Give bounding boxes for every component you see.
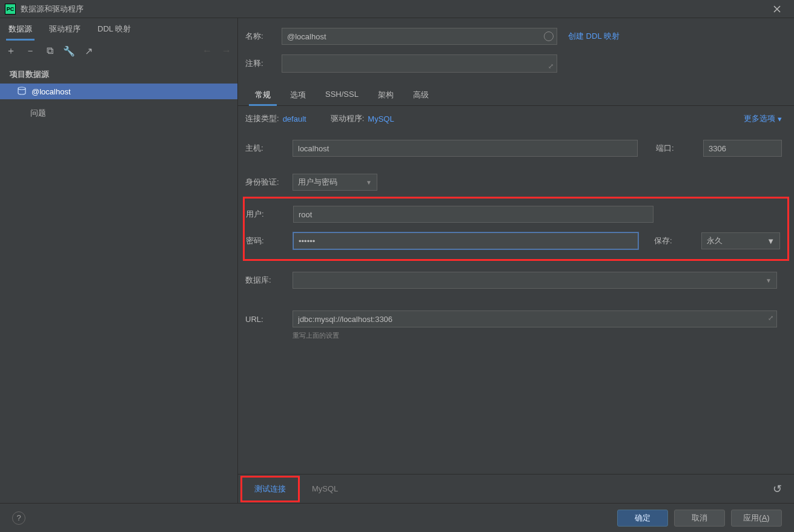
section-header-project-datasources: 项目数据源 [0, 62, 237, 84]
sidebar: 数据源 驱动程序 DDL 映射 ＋ － ⧉ 🔧 ↗ ← → 项目数据源 @loc… [0, 18, 238, 503]
password-row: 密码: 保存: 永久 ▼ [245, 228, 787, 254]
window-title: 数据源和驱动程序 [21, 4, 765, 15]
cancel-button[interactable]: 取消 [674, 510, 725, 527]
connection-type-label: 连接类型: [245, 113, 279, 124]
database-row: 数据库: ▼ [238, 261, 794, 295]
port-input[interactable] [703, 140, 782, 157]
add-icon[interactable]: ＋ [5, 45, 17, 57]
apply-button[interactable]: 应用(A) [731, 510, 782, 527]
chevron-down-icon: ▼ [766, 277, 772, 284]
titlebar: PC 数据源和驱动程序 [0, 0, 794, 18]
tab-schemas[interactable]: 架构 [368, 85, 403, 105]
close-icon [773, 5, 781, 13]
remove-icon[interactable]: － [24, 45, 36, 57]
comment-label: 注释: [245, 58, 282, 69]
sidebar-problems[interactable]: 问题 [0, 99, 237, 122]
create-ddl-mapping-link[interactable]: 创建 DDL 映射 [568, 31, 620, 42]
password-label: 密码: [246, 235, 293, 246]
name-label: 名称: [245, 31, 282, 42]
database-icon [17, 86, 27, 97]
database-select[interactable]: ▼ [293, 272, 777, 289]
password-input[interactable] [293, 232, 638, 249]
auth-select[interactable]: 用户与密码 ▼ [293, 174, 377, 191]
close-button[interactable] [765, 0, 789, 18]
url-label: URL: [245, 315, 293, 324]
url-note: 重写上面的设置 [238, 331, 794, 340]
more-options-link[interactable]: 更多选项 ▾ [744, 113, 782, 124]
save-label: 保存: [654, 235, 701, 246]
user-input[interactable] [293, 206, 653, 223]
back-icon[interactable]: ← [201, 45, 213, 56]
comment-input-wrapper: ⤢ [282, 54, 557, 73]
user-label: 用户: [246, 209, 293, 220]
url-input-wrapper: ⤢ [293, 310, 777, 327]
tab-general[interactable]: 常规 [245, 85, 280, 105]
datasource-item[interactable]: @localhost [0, 84, 237, 99]
export-icon[interactable]: ↗ [82, 45, 94, 57]
bottom-bar: 测试连接 MySQL ↺ [238, 474, 794, 503]
driver-label: 驱动程序: [331, 113, 365, 124]
test-connection-link[interactable]: 测试连接 [254, 484, 286, 493]
ok-button[interactable]: 确定 [617, 510, 668, 527]
port-label: 端口: [656, 143, 703, 154]
content-panel: 名称: 创建 DDL 映射 注释: ⤢ 常规 选项 SSH/SSL 架构 高级 … [238, 18, 794, 503]
wrench-icon[interactable]: 🔧 [63, 45, 75, 57]
chevron-down-icon: ▼ [366, 179, 372, 186]
url-row: URL: ⤢ [238, 295, 794, 333]
main-area: 数据源 驱动程序 DDL 映射 ＋ － ⧉ 🔧 ↗ ← → 项目数据源 @loc… [0, 18, 794, 503]
chevron-down-icon: ▼ [767, 237, 775, 246]
name-input[interactable] [282, 28, 557, 45]
driver-name-label: MySQL [312, 484, 338, 493]
database-label: 数据库: [245, 275, 293, 286]
name-input-wrapper [282, 28, 557, 45]
save-select[interactable]: 永久 ▼ [701, 232, 780, 249]
test-connection-highlight: 测试连接 [240, 476, 300, 502]
host-label: 主机: [245, 143, 293, 154]
expand-icon[interactable]: ⤢ [768, 314, 773, 325]
sidebar-tabs: 数据源 驱动程序 DDL 映射 [0, 18, 237, 40]
tab-ddl-mapping[interactable]: DDL 映射 [89, 19, 139, 39]
url-input[interactable] [293, 310, 777, 327]
footer: ? 确定 取消 应用(A) [0, 503, 794, 532]
connection-info-row: 连接类型: default 驱动程序: MySQL 更多选项 ▾ [238, 106, 794, 129]
tab-options[interactable]: 选项 [280, 85, 316, 105]
name-row: 名称: 创建 DDL 映射 [238, 18, 794, 50]
tab-drivers[interactable]: 驱动程序 [41, 19, 89, 39]
copy-icon[interactable]: ⧉ [44, 45, 56, 56]
host-input[interactable] [293, 140, 638, 157]
forward-icon[interactable]: → [220, 45, 233, 56]
app-icon: PC [5, 4, 16, 15]
sidebar-toolbar: ＋ － ⧉ 🔧 ↗ ← → [0, 40, 237, 62]
tab-advanced[interactable]: 高级 [403, 85, 438, 105]
driver-value[interactable]: MySQL [368, 114, 394, 123]
comment-row: 注释: ⤢ [238, 50, 794, 77]
help-button[interactable]: ? [12, 511, 25, 525]
auth-row: 身份验证: 用户与密码 ▼ [238, 163, 794, 197]
comment-input[interactable] [282, 54, 557, 73]
connection-type-value[interactable]: default [283, 114, 306, 123]
user-row: 用户: [245, 201, 787, 228]
content-tabs: 常规 选项 SSH/SSL 架构 高级 [238, 77, 794, 106]
datasource-label: @localhost [31, 87, 71, 96]
auth-label: 身份验证: [245, 177, 293, 188]
color-picker-icon[interactable] [544, 31, 554, 41]
tab-sshssl[interactable]: SSH/SSL [316, 85, 368, 105]
chevron-down-icon: ▾ [778, 114, 782, 123]
tab-datasources[interactable]: 数据源 [0, 19, 41, 39]
revert-icon[interactable]: ↺ [773, 482, 782, 496]
expand-icon[interactable]: ⤢ [548, 62, 554, 70]
credentials-highlight: 用户: 密码: 保存: 永久 ▼ [243, 197, 789, 261]
host-row: 主机: 端口: [238, 129, 794, 163]
